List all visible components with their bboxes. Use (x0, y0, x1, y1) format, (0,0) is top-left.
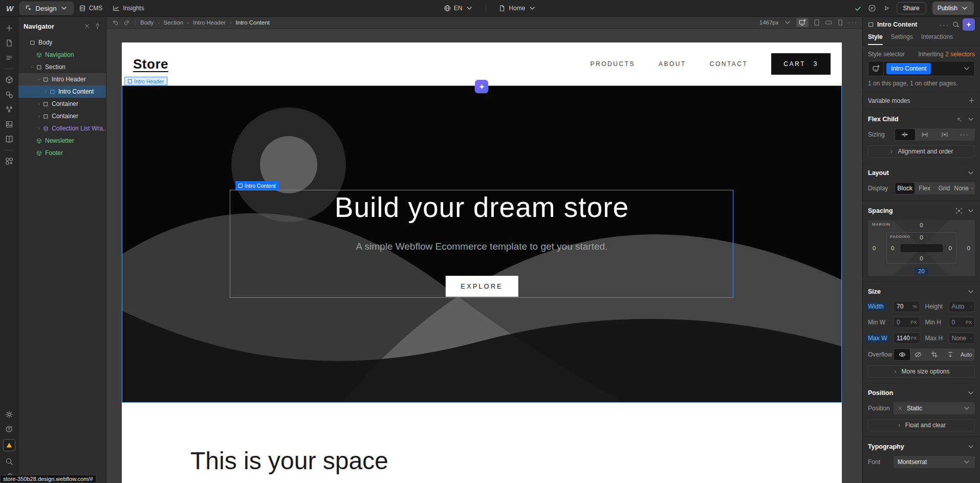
locale-selector[interactable]: EN (439, 2, 479, 14)
nav-link-contact[interactable]: CONTACT (710, 60, 748, 68)
tree-item-body[interactable]: Body (18, 36, 106, 49)
collapse-section-button[interactable] (967, 115, 975, 123)
hero-section[interactable]: Build your dream store A simple Webflow … (122, 85, 842, 403)
min-width-input[interactable]: 0PX (894, 317, 920, 328)
navigator-button[interactable] (5, 54, 13, 62)
overflow-scroll-button[interactable] (926, 349, 942, 360)
hero-heading[interactable]: Build your dream store (122, 191, 842, 224)
intro-header-tag[interactable]: Intro Header (124, 77, 167, 85)
explore-button[interactable]: EXPLORE (445, 276, 518, 297)
chevron-right-icon[interactable] (36, 126, 42, 131)
ai-suggest-badge[interactable] (475, 80, 488, 93)
publish-button[interactable]: Publish (932, 2, 974, 15)
webflow-logo[interactable]: W (6, 4, 13, 13)
variables-button[interactable] (5, 105, 13, 114)
more-size-options-toggle[interactable]: More size options (868, 365, 975, 378)
undo-button[interactable] (112, 19, 119, 26)
preview-button[interactable] (882, 4, 890, 12)
design-canvas[interactable]: Store PRODUCTS ABOUT CONTACT CART 3 (106, 29, 862, 483)
cms-menu-button[interactable]: CMS (74, 3, 108, 14)
float-clear-toggle[interactable]: Float and clear (868, 419, 975, 431)
breadcrumb-intro-header[interactable]: Intro Header (193, 19, 226, 26)
style-selector-input[interactable]: Intro Content (868, 61, 975, 76)
margin-right-value[interactable]: 0 (967, 245, 970, 251)
hero-subheading[interactable]: A simple Webflow Ecommerce template to g… (122, 241, 842, 252)
chevron-right-icon[interactable] (36, 114, 42, 119)
ai-assistant-button[interactable] (963, 18, 975, 31)
collapse-section-button[interactable] (967, 288, 975, 296)
design-menu-button[interactable]: Design (19, 2, 74, 15)
tree-item-navigation[interactable]: Navigation (18, 49, 106, 61)
canvas-width-value[interactable]: 1467px (759, 19, 779, 26)
width-input[interactable]: 70% (894, 301, 920, 312)
store-logo-link[interactable]: Store (133, 56, 168, 72)
tree-item-collection-list[interactable]: Collection List Wra... (18, 122, 106, 135)
tree-item-intro-content[interactable]: Intro Content (18, 85, 106, 98)
breakpoint-tablet-button[interactable] (813, 19, 820, 26)
intro-content-tag[interactable]: Intro Content (235, 181, 279, 190)
tree-item-footer[interactable]: Footer (18, 147, 106, 159)
page-preview[interactable]: Store PRODUCTS ABOUT CONTACT CART 3 (122, 42, 842, 483)
display-flex-button[interactable]: Flex (914, 183, 934, 194)
page-selector[interactable]: Home (493, 2, 541, 14)
tree-item-intro-header[interactable]: Intro Header (18, 73, 106, 85)
breakpoint-phone-portrait-button[interactable] (837, 19, 844, 26)
more-breakpoints-button[interactable]: ··· (848, 19, 858, 26)
settings-button[interactable] (5, 410, 13, 419)
overflow-visible-button[interactable] (894, 349, 910, 360)
chevron-down-icon[interactable] (36, 77, 42, 82)
tree-item-container[interactable]: Container (18, 110, 106, 122)
navigator-close-button[interactable] (84, 23, 90, 29)
tab-interactions[interactable]: Interactions (921, 32, 953, 45)
tree-item-section[interactable]: Section (18, 61, 106, 73)
sizing-fixed-button[interactable] (935, 129, 955, 140)
components-button[interactable] (5, 76, 13, 84)
styles-button[interactable] (5, 91, 13, 99)
nav-link-about[interactable]: ABOUT (659, 60, 686, 68)
position-select[interactable]: Static (894, 402, 975, 414)
min-height-input[interactable]: 0PX (949, 317, 975, 328)
sizing-more-button[interactable]: ··· (954, 129, 974, 140)
overflow-hidden-button[interactable] (910, 349, 926, 360)
padding-bottom-value[interactable]: 0 (887, 255, 956, 261)
tree-item-newsletter[interactable]: Newsletter (18, 135, 106, 147)
padding-top-value[interactable]: 0 (887, 234, 956, 240)
pages-button[interactable] (5, 39, 13, 47)
nav-link-products[interactable]: PRODUCTS (591, 60, 635, 68)
share-button[interactable]: Share (897, 2, 926, 14)
collapse-section-button[interactable] (967, 389, 975, 397)
chevron-down-icon[interactable] (29, 65, 36, 70)
redo-button[interactable] (123, 19, 130, 26)
section-heading[interactable]: This is your space (122, 403, 842, 475)
margin-bottom-value[interactable]: 20 (868, 268, 975, 274)
chevron-right-icon[interactable] (36, 102, 42, 106)
help-button[interactable] (5, 425, 13, 433)
sizing-shrink-button[interactable] (895, 129, 915, 140)
comments-button[interactable] (868, 4, 876, 12)
overflow-clip-button[interactable] (942, 349, 958, 360)
close-icon[interactable] (898, 406, 903, 411)
breadcrumb-body[interactable]: Body (140, 19, 154, 26)
font-family-select[interactable]: Montserrat (894, 456, 975, 468)
spacing-options-icon[interactable] (955, 207, 963, 214)
overflow-auto-button[interactable]: Auto (959, 349, 974, 360)
flex-child-reset-button[interactable] (956, 116, 963, 123)
inheriting-count-link[interactable]: 2 selectors (945, 51, 975, 58)
collapse-section-button[interactable] (967, 169, 975, 177)
element-more-button[interactable]: ··· (940, 21, 949, 29)
max-width-input[interactable]: 1140PX (894, 333, 920, 344)
selector-token[interactable]: Intro Content (886, 63, 931, 74)
assets-button[interactable] (5, 120, 13, 128)
display-none-button[interactable]: None (954, 183, 974, 194)
content-section[interactable]: This is your space (122, 403, 842, 483)
apps-button[interactable] (5, 157, 13, 165)
tree-item-container[interactable]: Container (18, 98, 106, 110)
libraries-button[interactable] (5, 135, 13, 143)
site-header[interactable]: Store PRODUCTS ABOUT CONTACT CART 3 (122, 42, 842, 85)
display-block-button[interactable]: Block (895, 183, 914, 194)
breakpoint-phone-landscape-button[interactable] (825, 19, 832, 26)
display-grid-button[interactable]: Grid (934, 183, 954, 194)
margin-left-value[interactable]: 0 (873, 245, 876, 251)
alignment-order-toggle[interactable]: Alignment and order (868, 145, 975, 158)
padding-right-value[interactable]: 0 (949, 245, 952, 251)
